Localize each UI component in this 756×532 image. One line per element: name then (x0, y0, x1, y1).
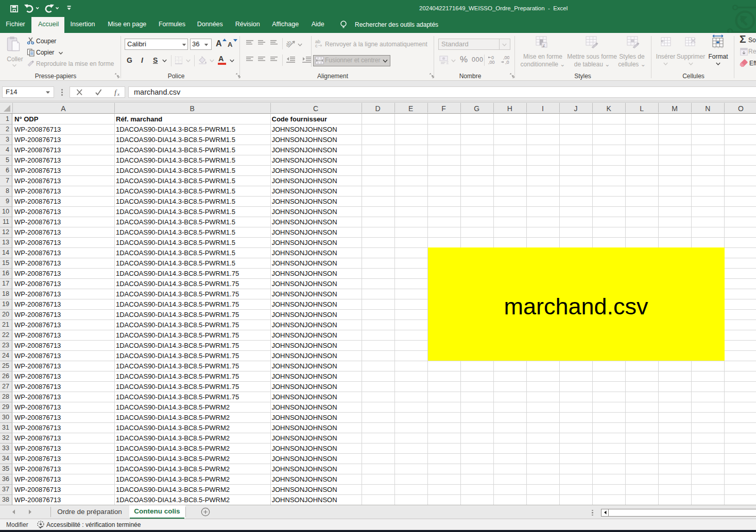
svg-text:,00: ,00 (488, 60, 495, 65)
svg-text:≠: ≠ (543, 43, 545, 48)
svg-text:x: x (117, 92, 119, 96)
svg-text:c: c (315, 43, 318, 48)
svg-text:,0: ,0 (505, 60, 509, 65)
